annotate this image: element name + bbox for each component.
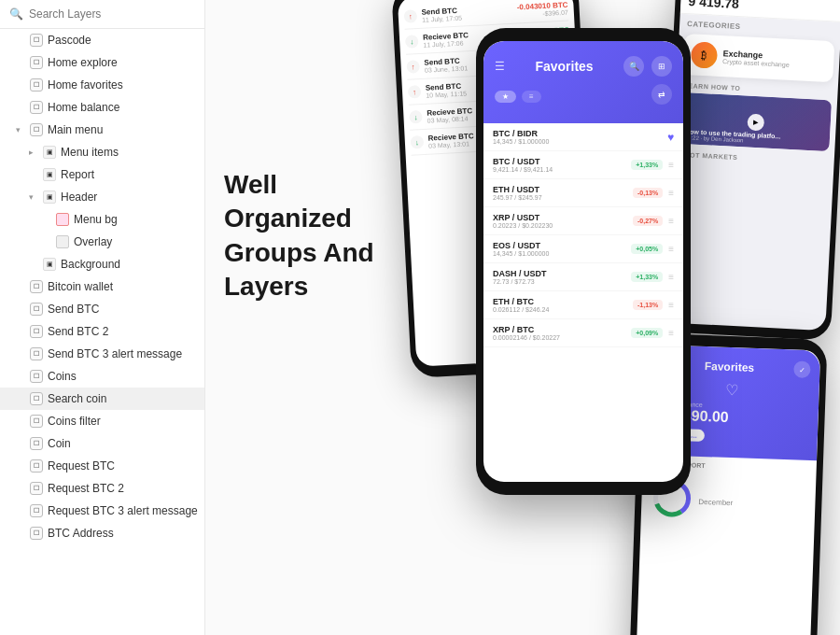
tx-arrow-icon: ↑ (403, 9, 417, 23)
layer-label: Request BTC 3 alert message (48, 504, 198, 517)
search-icon-btn[interactable]: 🔍 (623, 56, 644, 77)
tx-left: ↑ Send BTC 10 May, 11:15 (408, 81, 468, 99)
sidebar-item-btc-address[interactable]: ☐BTC Address (0, 522, 204, 544)
layer-type-icon: ▣ (43, 190, 56, 204)
sidebar-item-overlay[interactable]: Overlay (0, 231, 204, 253)
menu-icon[interactable]: ≡ (668, 216, 674, 226)
layer-label: Menu items (61, 146, 119, 159)
phone-favorites: ☰ Favorites 🔍 ⊞ ★ ≡ ⇄ (476, 28, 691, 495)
tx-left: ↑ Send BTC 11 July, 17:05 (403, 7, 462, 24)
sidebar-item-pascode[interactable]: ☐Pascode (0, 29, 204, 51)
btc-icon: ₿ (691, 41, 718, 68)
sidebar-item-request-btc-2[interactable]: ☐Request BTC 2 (0, 477, 204, 500)
sidebar-item-coin[interactable]: ☐Coin (0, 432, 204, 455)
layer-label: Pascode (48, 34, 91, 47)
sidebar-item-menu-items[interactable]: ▸▣Menu items (0, 141, 204, 163)
layer-type-icon: ☐ (30, 101, 43, 114)
coin-right: -0,27% ≡ (633, 216, 674, 226)
chevron-icon: ▾ (16, 125, 25, 134)
layer-type-icon: ☐ (30, 459, 43, 473)
layer-type-icon: ☐ (30, 415, 43, 428)
sidebar-item-coins[interactable]: ☐Coins (0, 365, 204, 388)
layer-type-icon: ☐ (30, 78, 43, 92)
tx-arrow-icon: ↓ (405, 35, 419, 49)
search-bar[interactable]: 🔍 (0, 0, 204, 29)
hamburger-icon: ☰ (495, 60, 505, 73)
sidebar-item-send-btc[interactable]: ☐Send BTC (0, 298, 204, 320)
coin-list: BTC / BIDR 14,345 / $1.000000 ♥ BTC / US… (483, 123, 683, 347)
coin-pair: XRP / BTC (493, 325, 560, 334)
exchange-icon-btn[interactable]: ⇄ (651, 84, 672, 105)
badge: -0,27% (633, 216, 663, 226)
coin-pair: ETH / USDT (493, 185, 542, 194)
sidebar-item-home-balance[interactable]: ☐Home balance (0, 96, 204, 119)
layer-label: Home explore (48, 56, 118, 69)
sidebar-item-main-menu[interactable]: ▾☐Main menu (0, 119, 204, 141)
layer-label: Menu bg (74, 213, 118, 226)
sidebar-item-menu-bg[interactable]: Menu bg (0, 208, 204, 231)
search-input[interactable] (29, 7, 195, 21)
tx-info: Recieve BTC 03 May, 13:01 (427, 132, 474, 149)
coin-left: BTC / USDT 9,421.14 / $9,421.14 (493, 157, 553, 173)
menu-icon[interactable]: ≡ (668, 272, 674, 282)
sidebar-item-home-explore[interactable]: ☐Home explore (0, 51, 204, 74)
sidebar-item-home-favorites[interactable]: ☐Home favorites (0, 74, 204, 96)
coin-left: DASH / USDT 72.73 / $72.73 (493, 269, 547, 285)
tx-arrow-icon: ↑ (406, 60, 420, 74)
heart-icon[interactable]: ♥ (667, 131, 674, 144)
tx-info: Send BTC 10 May, 11:15 (426, 81, 468, 98)
layer-label: Send BTC (48, 303, 99, 316)
menu-icon[interactable]: ≡ (668, 244, 674, 254)
layer-label: Coins filter (48, 415, 101, 428)
chevron-icon: ▸ (29, 148, 38, 157)
sidebar-item-report[interactable]: ▣Report (0, 163, 204, 186)
sidebar-item-search-coin[interactable]: ☐Search coin (0, 388, 204, 410)
menu-icon[interactable]: ≡ (668, 328, 674, 338)
tx-info: Send BTC 03 June, 13:01 (424, 56, 468, 73)
coin-left: XRP / BTC 0.00002146 / $0.20227 (493, 325, 560, 341)
sidebar-item-send-btc-2[interactable]: ☐Send BTC 2 (0, 320, 204, 343)
sidebar-item-request-btc-3[interactable]: ☐Request BTC 3 alert message (0, 500, 204, 522)
fav-tabs: ★ ≡ (495, 91, 541, 103)
coin-pair: EOS / USDT (493, 241, 549, 250)
sidebar-item-send-btc-3[interactable]: ☐Send BTC 3 alert message (0, 343, 204, 365)
coin-row: XRP / BTC 0.00002146 / $0.20227 +0,09% ≡ (483, 319, 683, 347)
menu-icon[interactable]: ≡ (668, 300, 674, 310)
menu-icon[interactable]: ≡ (668, 160, 674, 170)
grid-icon-btn[interactable]: ⊞ (651, 56, 672, 77)
main-content: Well Organized Groups And Layers ↑ Send … (205, 0, 840, 635)
tx-left: ↓ Recieve BTC 03 May, 08:14 (409, 106, 473, 125)
p3-price: 9 419.78 (688, 0, 835, 16)
p3-video: ▶ How to use the trading platfo... 15:22… (679, 92, 832, 151)
hero-title: Well Organized Groups And Layers (224, 168, 392, 304)
coin-price: 14,345 / $1.000000 (493, 138, 549, 145)
sidebar-item-bitcoin-wallet[interactable]: ☐Bitcoin wallet (0, 275, 204, 298)
layer-label: Background (61, 258, 120, 271)
phones-area: ↑ Send BTC 11 July, 17:05 -0.043010 BTC … (355, 0, 840, 635)
tx-date: 03 May, 08:14 (427, 115, 473, 124)
layer-label: Bitcoin wallet (48, 280, 113, 293)
fav-title: Favorites (535, 59, 593, 74)
sidebar-item-header[interactable]: ▾▣Header (0, 186, 204, 208)
layer-type-icon: ☐ (30, 280, 43, 293)
layer-type-icon: ☐ (30, 527, 43, 540)
coin-row: ETH / BTC 0.026112 / $246.24 -1,13% ≡ (483, 291, 683, 319)
coin-left: ETH / USDT 245.97 / $245.97 (493, 185, 542, 201)
menu-icon[interactable]: ≡ (668, 188, 674, 198)
sidebar-item-request-btc[interactable]: ☐Request BTC (0, 455, 204, 477)
layer-type-icon: ▣ (43, 146, 56, 159)
layer-label: BTC Address (48, 527, 114, 540)
coin-pair: XRP / USDT (493, 213, 553, 222)
fav-tab-list[interactable]: ≡ (522, 91, 541, 103)
sidebar-item-coins-filter[interactable]: ☐Coins filter (0, 410, 204, 432)
coin-pair: BTC / BIDR (493, 129, 549, 138)
fav-tab-star[interactable]: ★ (495, 91, 516, 103)
badge: +1,33% (631, 160, 663, 170)
coin-right: -1,13% ≡ (633, 300, 674, 310)
tx-left: ↓ Recieve BTC 03 May, 13:01 (411, 132, 475, 150)
play-button[interactable]: ▶ (747, 113, 764, 131)
tx-date: 03 May, 13:01 (428, 140, 474, 149)
fav-header-top: ☰ Favorites 🔍 ⊞ (495, 56, 672, 77)
sidebar-item-background[interactable]: ▣Background (0, 253, 204, 275)
layer-label: Home favorites (48, 78, 123, 92)
